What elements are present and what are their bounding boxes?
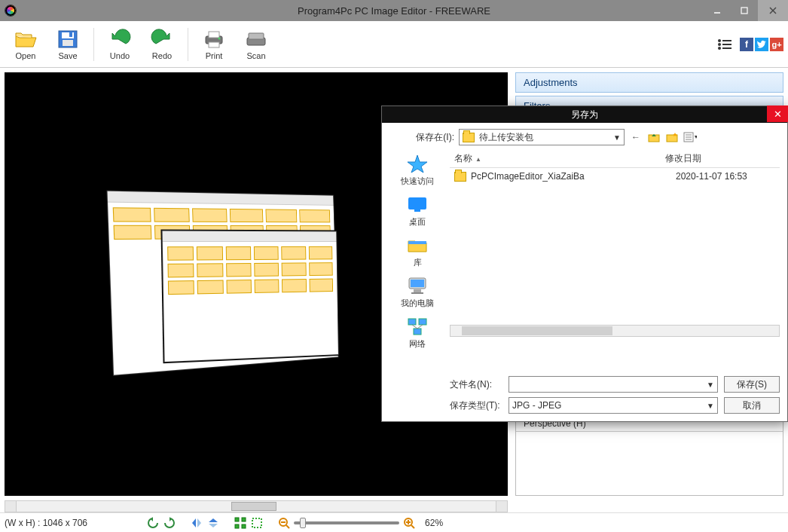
chevron-down-icon: ▼ [707, 402, 714, 410]
separator [188, 28, 188, 61]
save-button[interactable]: 保存(S) [724, 376, 780, 393]
save-button[interactable]: Save [47, 23, 89, 66]
app-icon [5, 5, 17, 17]
svg-point-11 [218, 37, 221, 39]
svg-rect-10 [209, 42, 219, 47]
svg-point-14 [718, 39, 721, 42]
file-modified: 2020-11-07 16:53 [676, 171, 747, 182]
window-title: Program4Pc PC Image Editor - FREEWARE [298, 5, 490, 17]
canvas-content [110, 193, 381, 389]
list-view-icon[interactable] [717, 38, 732, 50]
places-sidebar: 快速访问 桌面 库 我的电脑 网络 [389, 150, 445, 353]
svg-rect-22 [235, 524, 239, 528]
sidebar-network[interactable]: 网络 [389, 313, 445, 353]
sidebar-libraries[interactable]: 库 [389, 231, 445, 272]
fit-icon[interactable] [234, 516, 247, 530]
pc-icon [406, 276, 429, 295]
rotate-left-icon[interactable] [146, 516, 160, 530]
savein-combo[interactable]: 待上传安装包 ▼ [459, 129, 625, 145]
save-as-dialog: 另存为 ✕ 保存在(I): 待上传安装包 ▼ ← 快速访问 [381, 105, 788, 422]
svg-line-49 [417, 325, 423, 329]
svg-rect-20 [235, 518, 239, 521]
filename-label: 文件名(N): [389, 378, 502, 391]
svg-rect-23 [242, 524, 246, 528]
svg-rect-40 [408, 241, 426, 244]
new-folder-icon[interactable] [665, 130, 679, 144]
maximize-button[interactable] [731, 0, 758, 21]
svg-rect-9 [209, 32, 219, 38]
svg-rect-13 [249, 33, 264, 39]
column-name[interactable]: 名称▲ [454, 152, 665, 165]
window-controls [704, 0, 788, 21]
printer-icon [202, 29, 226, 50]
star-icon [406, 154, 429, 173]
back-icon[interactable]: ← [629, 130, 643, 144]
svg-rect-45 [408, 319, 416, 325]
redo-label: Redo [152, 51, 172, 60]
flip-h-icon[interactable] [190, 516, 203, 530]
facebook-icon[interactable]: f [740, 38, 753, 51]
svg-rect-46 [419, 319, 426, 325]
redo-button[interactable]: Redo [141, 23, 183, 66]
svg-rect-1 [741, 8, 747, 14]
adjustments-header[interactable]: Adjustments [515, 72, 783, 93]
sidebar-quick-access[interactable]: 快速访问 [389, 150, 445, 191]
zoom-slider[interactable] [294, 521, 399, 524]
open-button[interactable]: Open [5, 23, 47, 66]
folder-icon [454, 172, 466, 182]
separator [93, 28, 94, 61]
googleplus-icon[interactable]: g+ [770, 38, 783, 51]
chevron-down-icon: ▼ [707, 381, 714, 389]
svg-rect-39 [414, 209, 420, 212]
flip-v-icon[interactable] [206, 516, 220, 530]
file-scrollbar[interactable] [450, 325, 780, 337]
svg-rect-42 [411, 280, 424, 287]
print-label: Print [206, 51, 223, 60]
save-label: Save [58, 51, 77, 60]
up-folder-icon[interactable] [647, 130, 661, 144]
svg-line-29 [411, 525, 414, 528]
scanner-icon [244, 29, 268, 50]
print-button[interactable]: Print [193, 23, 235, 66]
file-row[interactable]: PcPCImageEditor_XiaZaiBa 2020-11-07 16:5… [450, 168, 780, 185]
svg-line-48 [412, 325, 417, 329]
column-modified[interactable]: 修改日期 [665, 152, 775, 165]
filename-input[interactable]: ▼ [509, 376, 718, 393]
savein-label: 保存在(I): [389, 131, 454, 144]
svg-rect-19 [722, 47, 731, 49]
zoom-value: 62% [425, 518, 443, 528]
scan-label: Scan [246, 51, 265, 60]
perspective-pane [162, 230, 339, 362]
zoom-out-icon[interactable] [277, 516, 291, 530]
dialog-title: 另存为 [571, 109, 598, 121]
undo-button[interactable]: Undo [99, 23, 141, 66]
twitter-icon[interactable] [755, 38, 768, 51]
sidebar-desktop[interactable]: 桌面 [389, 191, 445, 231]
file-list[interactable]: 名称▲ 修改日期 PcPCImageEditor_XiaZaiBa 2020-1… [450, 150, 780, 337]
desktop-icon [406, 194, 429, 214]
network-icon [406, 316, 429, 336]
main-titlebar: Program4Pc PC Image Editor - FREEWARE [0, 0, 788, 21]
redo-icon [150, 29, 174, 50]
close-button[interactable] [758, 0, 788, 21]
filetype-label: 保存类型(T): [389, 399, 502, 412]
cancel-button[interactable]: 取消 [724, 397, 780, 414]
svg-rect-7 [69, 32, 72, 37]
filetype-combo[interactable]: JPG - JPEG ▼ [509, 397, 718, 414]
svg-point-18 [718, 47, 721, 50]
folder-open-icon [14, 29, 38, 50]
status-bar: (W x H) : 788 x 532 62% [0, 512, 788, 532]
scan-button[interactable]: Scan [235, 23, 277, 66]
canvas-scrollbar[interactable] [5, 500, 508, 512]
savein-value: 待上传安装包 [479, 131, 533, 144]
rotate-right-icon[interactable] [163, 516, 176, 530]
dialog-close-button[interactable]: ✕ [767, 105, 788, 122]
svg-rect-44 [411, 292, 423, 294]
dialog-titlebar[interactable]: 另存为 ✕ [382, 106, 787, 123]
minimize-button[interactable] [704, 0, 731, 21]
view-menu-icon[interactable] [683, 130, 697, 144]
zoom-in-icon[interactable] [402, 516, 416, 530]
svg-rect-15 [722, 40, 731, 41]
actual-icon[interactable] [250, 516, 264, 530]
sidebar-mypc[interactable]: 我的电脑 [389, 272, 445, 313]
